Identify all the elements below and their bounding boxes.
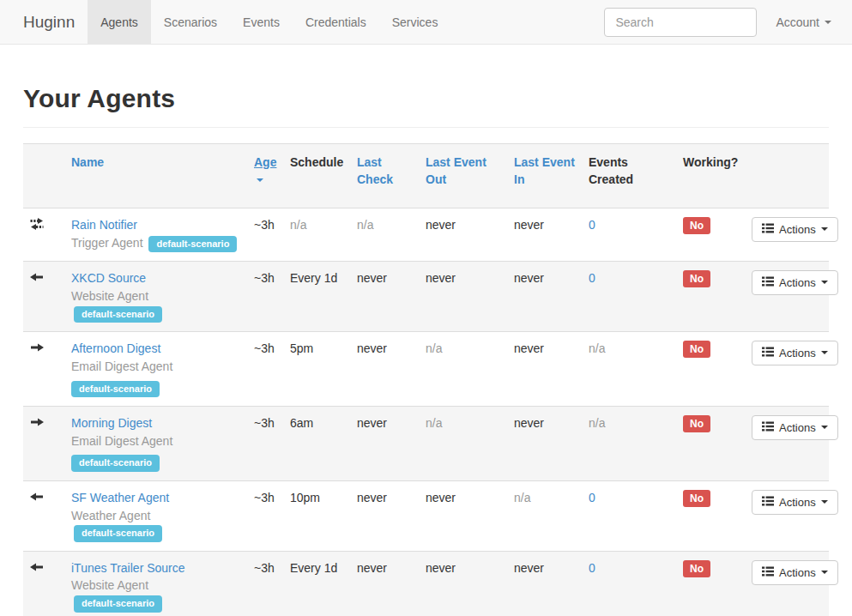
table-row: Rain Notifier Trigger Agent default-scen… [23, 208, 829, 261]
actions-label: Actions [779, 496, 816, 509]
events-created-link[interactable]: 0 [589, 491, 595, 504]
header-last-event-out[interactable]: Last Event Out [426, 155, 486, 186]
actions-button[interactable]: Actions [752, 415, 838, 440]
header-actions-spacer [745, 144, 829, 208]
nav-item-services[interactable]: Services [379, 0, 451, 44]
actions-label: Actions [779, 276, 816, 289]
nav-item-credentials[interactable]: Credentials [293, 0, 379, 44]
header-age[interactable]: Age [254, 155, 276, 169]
scenario-badge[interactable]: default-scenario [74, 306, 162, 323]
last-event-out-cell: n/a [419, 331, 507, 406]
last-event-out-cell: never [419, 551, 507, 616]
agent-name-link[interactable]: Rain Notifier [71, 218, 137, 232]
agent-name-link[interactable]: SF Weather Agent [71, 491, 169, 504]
scenario-badge[interactable]: default-scenario [148, 236, 237, 252]
actions-label: Actions [779, 421, 816, 434]
actions-label: Actions [779, 566, 816, 579]
table-row: Afternoon Digest Email Digest Agent defa… [23, 331, 829, 406]
header-last-event-in[interactable]: Last Event In [514, 155, 575, 186]
last-check-cell: never [350, 331, 419, 406]
agent-name-link[interactable]: Afternoon Digest [71, 341, 160, 355]
last-event-out-cell: never [419, 480, 507, 551]
agent-type: Weather Agent [71, 509, 150, 522]
sort-caret-icon [257, 178, 263, 182]
list-icon [762, 496, 774, 509]
nav-item-events[interactable]: Events [230, 0, 293, 44]
age-cell: ~3h [247, 551, 283, 616]
header-name[interactable]: Name [71, 155, 104, 169]
events-created-link[interactable]: 0 [589, 561, 595, 575]
last-event-in-cell: never [507, 208, 582, 261]
actions-button[interactable]: Actions [752, 270, 838, 295]
working-badge: No [683, 217, 710, 234]
events-created-link[interactable]: 0 [589, 218, 595, 232]
arrow-right-icon [30, 418, 44, 432]
scenario-badge[interactable]: default-scenario [71, 381, 160, 397]
header-events-created: Events Created [582, 144, 676, 208]
last-event-out-cell: n/a [419, 406, 507, 480]
header-last-check[interactable]: Last Check [357, 155, 393, 186]
transfer-icon [30, 220, 44, 233]
account-menu[interactable]: Account [776, 15, 838, 29]
account-label: Account [776, 15, 819, 29]
chevron-down-icon [821, 351, 828, 354]
working-badge: No [683, 270, 710, 287]
chevron-down-icon [821, 227, 828, 231]
scenario-badge[interactable]: default-scenario [74, 525, 162, 541]
age-cell: ~3h [247, 331, 283, 406]
agents-table: Name Age Schedule Last Check Last Event … [23, 143, 829, 616]
main-nav: Agents Scenarios Events Credentials Serv… [88, 0, 450, 44]
list-icon [762, 347, 774, 359]
chevron-down-icon [821, 281, 828, 284]
agent-name-link[interactable]: Morning Digest [71, 416, 152, 430]
agent-type: Website Agent [71, 289, 148, 303]
agent-name-link[interactable]: XKCD Source [71, 271, 146, 285]
schedule-cell: 10pm [283, 480, 350, 551]
nav-item-agents[interactable]: Agents [88, 0, 151, 44]
list-icon [762, 566, 774, 579]
list-icon [762, 276, 774, 289]
table-row: iTunes Trailer Source Website Agent defa… [23, 551, 829, 616]
agent-type: Website Agent [71, 578, 148, 592]
brand-link[interactable]: Huginn [10, 0, 88, 44]
table-row: Morning Digest Email Digest Agent defaul… [23, 406, 829, 480]
page-title: Your Agents [23, 84, 829, 113]
header-icon-spacer [23, 144, 64, 208]
scenario-badge[interactable]: default-scenario [71, 455, 160, 471]
chevron-down-icon [825, 21, 831, 24]
working-badge: No [683, 490, 710, 507]
last-event-in-cell: never [507, 261, 582, 331]
scenario-badge[interactable]: default-scenario [74, 595, 162, 612]
last-check-cell: n/a [350, 208, 419, 261]
agent-type: Email Digest Agent [71, 359, 172, 373]
actions-button[interactable]: Actions [752, 560, 838, 585]
age-cell: ~3h [247, 480, 283, 551]
events-created-link[interactable]: 0 [589, 271, 595, 285]
schedule-cell: Every 1d [283, 261, 350, 331]
nav-item-scenarios[interactable]: Scenarios [151, 0, 230, 44]
arrow-left-icon [30, 563, 44, 577]
agent-type: Email Digest Agent [71, 434, 172, 448]
working-badge: No [683, 341, 710, 358]
list-icon [762, 223, 774, 236]
actions-button[interactable]: Actions [752, 341, 838, 365]
agent-name-link[interactable]: iTunes Trailer Source [71, 561, 185, 575]
divider [23, 127, 829, 128]
top-navbar: Huginn Agents Scenarios Events Credentia… [0, 0, 852, 45]
actions-button[interactable]: Actions [752, 490, 838, 515]
search-input[interactable] [604, 8, 757, 37]
chevron-down-icon [821, 426, 828, 429]
chevron-down-icon [821, 500, 828, 504]
age-cell: ~3h [247, 261, 283, 331]
actions-button[interactable]: Actions [752, 217, 838, 242]
last-check-cell: never [350, 406, 419, 480]
table-row: SF Weather Agent Weather Agent default-s… [23, 480, 829, 551]
working-badge: No [683, 415, 710, 432]
last-event-in-cell: never [507, 406, 582, 480]
header-working: Working? [676, 144, 745, 208]
last-check-cell: never [350, 261, 419, 331]
events-created-cell: n/a [582, 406, 676, 480]
last-check-cell: never [350, 551, 419, 616]
schedule-cell: Every 1d [283, 551, 350, 616]
agent-type: Trigger Agent [71, 236, 143, 250]
